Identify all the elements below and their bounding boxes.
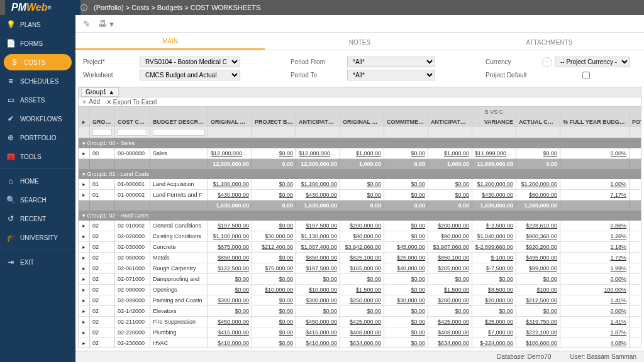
row-expand[interactable]: ▸ bbox=[79, 306, 90, 316]
cell-val[interactable]: $825,100.00 bbox=[340, 253, 384, 263]
nav-recent[interactable]: ↺RECENT bbox=[0, 209, 75, 228]
cell-val[interactable]: $319,750.00 bbox=[516, 317, 560, 327]
cell-val[interactable]: $410,000.00 bbox=[208, 338, 252, 348]
currency-picker-icon[interactable]: ⋯ bbox=[542, 57, 552, 67]
cell-pct[interactable]: 1.26% bbox=[560, 231, 630, 241]
row-expand[interactable]: ▸ bbox=[79, 295, 90, 305]
cell-val[interactable]: $0.00 bbox=[384, 148, 428, 158]
cell-val[interactable]: $0.00 bbox=[340, 179, 384, 189]
currency-select[interactable]: -- Project Currency -- bbox=[555, 57, 630, 67]
cell-val[interactable]: $250,000.00 bbox=[340, 295, 384, 305]
table-row[interactable]: ▸0202-142000Elevators$0.00$0.00$0.00$0.0… bbox=[79, 306, 641, 317]
cell-val[interactable]: $197,500.00 bbox=[296, 221, 340, 231]
cell-val[interactable]: $410,000.00 bbox=[296, 338, 340, 348]
cell-val[interactable]: $11,999,000.00 bbox=[472, 148, 516, 158]
cell-val[interactable]: $8,500.00 bbox=[472, 285, 516, 295]
cell-val[interactable]: $0.00 bbox=[296, 274, 340, 284]
cell-val[interactable]: $425,000.00 bbox=[340, 317, 384, 327]
cell-val[interactable]: $0.00 bbox=[340, 274, 384, 284]
cell-val[interactable]: $0.00 bbox=[340, 306, 384, 316]
nav-university[interactable]: 🎓UNIVERSITY bbox=[0, 228, 75, 247]
cell-val[interactable]: $0.00 bbox=[252, 317, 296, 327]
cell-val[interactable]: $205,000.00 bbox=[428, 263, 472, 273]
cell-val[interactable]: $0.00 bbox=[340, 190, 384, 200]
cell-val[interactable]: $300,000.00 bbox=[208, 295, 252, 305]
cell-pct[interactable]: 1.41% bbox=[560, 295, 630, 305]
cell-val[interactable]: $1,200,000.00 bbox=[208, 179, 252, 189]
cell-val[interactable]: $10,000.00 bbox=[296, 285, 340, 295]
cell-val[interactable]: $634,000.00 bbox=[340, 338, 384, 348]
cell-val[interactable]: $0.00 bbox=[252, 338, 296, 348]
cell-val[interactable]: $1,000.00 bbox=[428, 148, 472, 158]
cell-val[interactable]: $20,000.00 bbox=[472, 295, 516, 305]
cell-val[interactable]: $850,000.00 bbox=[208, 253, 252, 263]
cell-val[interactable]: $450,000.00 bbox=[208, 317, 252, 327]
table-row[interactable]: ▸0202-020000Existing Conditions$1,100,00… bbox=[79, 231, 641, 242]
row-expand[interactable]: ▸ bbox=[79, 285, 90, 295]
cell-val[interactable]: $165,000.00 bbox=[340, 263, 384, 273]
cell-val[interactable]: $1,087,400.00 bbox=[296, 242, 340, 252]
project-select[interactable]: RVS0104 - Boston Medical Center bbox=[140, 57, 240, 67]
cell-val[interactable]: $0.00 bbox=[516, 274, 560, 284]
nav-search[interactable]: 🔍SEARCH bbox=[0, 190, 75, 209]
row-expand[interactable]: ▸ bbox=[79, 242, 90, 252]
row-expand[interactable]: ▸ bbox=[79, 263, 90, 273]
cell-pot[interactable]: $0.00 bbox=[630, 295, 641, 305]
cell-val[interactable]: $200,000.00 bbox=[428, 221, 472, 231]
cell-val[interactable]: $-2,899,660.00 bbox=[472, 242, 516, 252]
cell-val[interactable]: $90,000.00 bbox=[340, 231, 384, 241]
cell-pct[interactable]: 1.99% bbox=[560, 263, 630, 273]
cell-val[interactable]: $0.00 bbox=[208, 274, 252, 284]
print-icon[interactable]: 🖶 ▾ bbox=[98, 19, 114, 29]
cell-val[interactable]: $228,610.00 bbox=[516, 221, 560, 231]
cell-pct[interactable]: 1.72% bbox=[560, 253, 630, 263]
cell-pct[interactable]: 1.18% bbox=[560, 242, 630, 252]
row-expand[interactable]: ▸ bbox=[79, 327, 90, 337]
cell-val[interactable]: $920,200.00 bbox=[516, 242, 560, 252]
projdefault-checkbox[interactable] bbox=[542, 72, 630, 79]
cell-pot[interactable]: $0.00 bbox=[630, 327, 641, 337]
cell-val[interactable]: $0.00 bbox=[252, 274, 296, 284]
cell-val[interactable]: $1,200,000.00 bbox=[472, 179, 516, 189]
cell-val[interactable]: $0.00 bbox=[296, 306, 340, 316]
cell-val[interactable]: $0.00 bbox=[252, 306, 296, 316]
cell-pot[interactable]: $0.00 bbox=[630, 274, 641, 284]
tab-attachments[interactable]: ATTACHMENTS bbox=[455, 35, 644, 50]
cell-val[interactable]: $25,000.00 bbox=[472, 317, 516, 327]
cell-val[interactable]: $0.00 bbox=[252, 253, 296, 263]
cell-val[interactable]: $212,400.00 bbox=[252, 242, 296, 252]
cell-pct[interactable]: 1.41% bbox=[560, 317, 630, 327]
table-row[interactable]: ▸0202-220000Plumbing$415,000.00$0.00$415… bbox=[79, 327, 641, 338]
cell-val[interactable]: $30,000.00 bbox=[252, 231, 296, 241]
nav-tools[interactable]: 🧰TOOLS bbox=[0, 147, 75, 166]
cell-pot[interactable]: $0.00 bbox=[630, 231, 641, 241]
col-expand[interactable]: ▸ bbox=[79, 117, 90, 127]
cell-val[interactable]: $3,987,060.00 bbox=[428, 242, 472, 252]
row-expand[interactable]: ▸ bbox=[79, 190, 90, 200]
col-origcom[interactable]: ORIGINAL COMM bbox=[340, 117, 384, 127]
cell-val[interactable]: $-7,500.00 bbox=[472, 263, 516, 273]
cell-val[interactable]: $0.00 bbox=[384, 285, 428, 295]
col-origproj[interactable]: ORIGINAL PROJ bbox=[208, 117, 252, 127]
cell-val[interactable]: $0.00 bbox=[428, 274, 472, 284]
row-expand[interactable]: ▸ bbox=[79, 231, 90, 241]
worksheet-select[interactable]: CMCS Budget and Actual bbox=[140, 70, 240, 80]
col-projbudg[interactable]: PROJECT BUDG bbox=[252, 117, 296, 127]
cell-val[interactable]: $3,942,060.00 bbox=[340, 242, 384, 252]
cell-val[interactable]: $850,100.00 bbox=[428, 253, 472, 263]
cell-val[interactable]: $430,000.00 bbox=[296, 190, 340, 200]
cell-pct[interactable]: 0.00% bbox=[560, 274, 630, 284]
cell-val[interactable]: $0.00 bbox=[428, 179, 472, 189]
cell-val[interactable]: $450,000.00 bbox=[296, 317, 340, 327]
cell-pot[interactable]: $0.00 bbox=[630, 253, 641, 263]
cell-pot[interactable]: $0.00 bbox=[630, 317, 641, 327]
cell-pot[interactable]: $0.00 bbox=[630, 263, 641, 273]
cell-pot[interactable]: $0.00 bbox=[630, 338, 641, 348]
cell-val[interactable]: $30,000.00 bbox=[384, 295, 428, 305]
cell-val[interactable]: $10,000.00 bbox=[252, 285, 296, 295]
cell-val[interactable]: $25,000.00 bbox=[384, 253, 428, 263]
nav-workflows[interactable]: ✔WORKFLOWS bbox=[0, 109, 75, 128]
cell-val[interactable]: $0.00 bbox=[252, 295, 296, 305]
col-pct[interactable]: % FULL YEAR BUDGET VS. FULL bbox=[560, 117, 630, 127]
col-costcode[interactable]: COST CODE bbox=[115, 117, 150, 127]
